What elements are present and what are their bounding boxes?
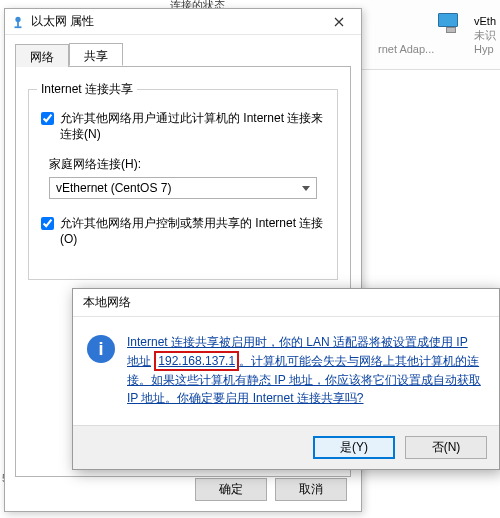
yes-button[interactable]: 是(Y) xyxy=(313,436,395,459)
ok-button[interactable]: 确定 xyxy=(195,478,267,501)
dialog-title: 以太网 属性 xyxy=(31,13,323,30)
svg-point-0 xyxy=(15,16,20,21)
msg-ip: 192.168.137.1 xyxy=(154,351,239,371)
allow-control-row: 允许其他网络用户控制或禁用共享的 Internet 连接(O) xyxy=(41,215,325,247)
close-button[interactable] xyxy=(323,12,355,32)
msgbox-button-row: 是(Y) 否(N) xyxy=(73,425,499,469)
msgbox-text: Internet 连接共享被启用时，你的 LAN 适配器将被设置成使用 IP 地… xyxy=(127,333,481,407)
msgbox-body: i Internet 连接共享被启用时，你的 LAN 适配器将被设置成使用 IP… xyxy=(73,317,499,425)
allow-others-checkbox[interactable] xyxy=(41,112,54,125)
tab-sharing[interactable]: 共享 xyxy=(69,43,123,66)
dialog-button-row: 确定 取消 xyxy=(195,478,347,501)
bg-panel: vEth 未识 rnet Adap... Hyp xyxy=(360,0,500,70)
allow-control-label: 允许其他网络用户控制或禁用共享的 Internet 连接(O) xyxy=(60,215,325,247)
allow-others-row: 允许其他网络用户通过此计算机的 Internet 连接来连接(N) xyxy=(41,110,325,142)
msg-ip-value: 192.168.137.1 xyxy=(158,354,235,368)
groupbox-title: Internet 连接共享 xyxy=(37,81,137,98)
close-icon xyxy=(334,17,344,27)
dropdown-value: vEthernet (CentOS 7) xyxy=(56,181,171,195)
bg-adap-name: vEth xyxy=(474,14,496,28)
home-conn-dropdown[interactable]: vEthernet (CentOS 7) xyxy=(49,177,317,199)
chevron-down-icon xyxy=(302,183,310,194)
cancel-button[interactable]: 取消 xyxy=(275,478,347,501)
app-icon xyxy=(11,15,25,29)
home-conn-label: 家庭网络连接(H): xyxy=(49,156,325,173)
tab-network[interactable]: 网络 xyxy=(15,44,69,67)
bg-adap-hyper: Hyp xyxy=(474,42,496,56)
tab-bar: 网络 共享 xyxy=(15,43,351,67)
titlebar[interactable]: 以太网 属性 xyxy=(5,9,361,35)
msgbox-title[interactable]: 本地网络 xyxy=(73,289,499,317)
ics-groupbox: Internet 连接共享 允许其他网络用户通过此计算机的 Internet 连… xyxy=(28,89,338,280)
bg-adap-status: 未识 xyxy=(474,28,496,42)
allow-control-checkbox[interactable] xyxy=(41,217,54,230)
info-icon: i xyxy=(87,335,117,365)
adapter-icon xyxy=(434,13,462,35)
bg-adap-type: rnet Adap... xyxy=(378,42,448,56)
allow-others-label: 允许其他网络用户通过此计算机的 Internet 连接来连接(N) xyxy=(60,110,325,142)
bg-adapter-text: vEth 未识 rnet Adap... Hyp xyxy=(474,14,496,56)
no-button[interactable]: 否(N) xyxy=(405,436,487,459)
confirm-msgbox: 本地网络 i Internet 连接共享被启用时，你的 LAN 适配器将被设置成… xyxy=(72,288,500,470)
